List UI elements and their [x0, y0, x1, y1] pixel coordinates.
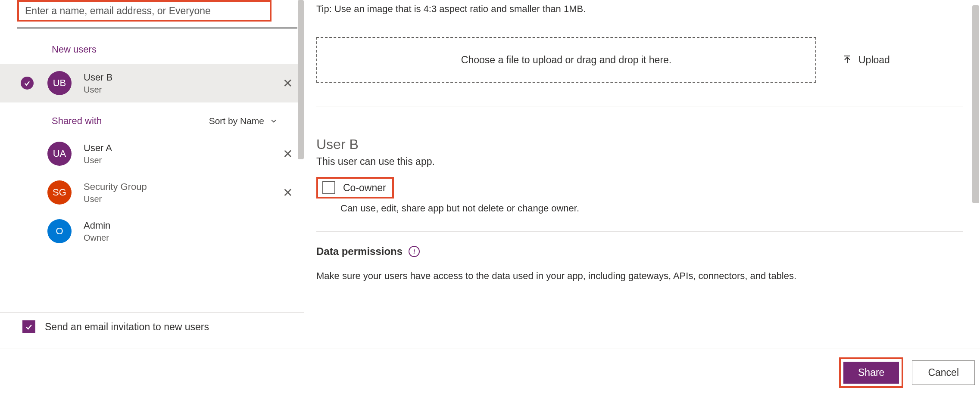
new-users-label: New users: [0, 28, 304, 64]
avatar: UB: [47, 71, 72, 95]
coowner-label: Co-owner: [343, 182, 386, 194]
user-role: User: [84, 85, 112, 95]
user-role: Owner: [84, 233, 110, 243]
info-icon[interactable]: i: [409, 246, 420, 257]
search-highlight: [17, 0, 272, 22]
coowner-highlight: Co-owner: [316, 177, 394, 198]
right-scrollbar[interactable]: [972, 5, 979, 203]
remove-user-icon[interactable]: ✕: [278, 183, 297, 202]
user-name: Admin: [84, 220, 110, 231]
chevron-down-icon: [269, 117, 278, 125]
data-permissions-text: Make sure your users have access to the …: [316, 270, 963, 282]
user-row[interactable]: UA User A User ✕: [0, 134, 304, 173]
left-panel: New users UB User B User ✕ Shared with S…: [0, 0, 304, 348]
upload-label: Upload: [858, 54, 890, 66]
bottom-bar: Share Cancel: [0, 348, 980, 397]
user-role: User: [84, 194, 147, 204]
email-invite-checkbox[interactable]: [22, 320, 35, 333]
user-row[interactable]: O Admin Owner: [0, 212, 304, 251]
divider: [316, 106, 963, 106]
cancel-button[interactable]: Cancel: [912, 360, 975, 385]
user-role: User: [84, 155, 112, 165]
detail-user-subtitle: This user can use this app.: [316, 156, 963, 167]
upload-dropzone[interactable]: Choose a file to upload or drag and drop…: [316, 37, 816, 83]
avatar: SG: [47, 180, 72, 205]
avatar: UA: [47, 142, 72, 166]
left-scrollbar[interactable]: [298, 0, 304, 159]
avatar: O: [47, 219, 72, 243]
user-row-selected[interactable]: UB User B User ✕: [0, 64, 304, 102]
coowner-checkbox[interactable]: [322, 181, 335, 194]
email-invite-label: Send an email invitation to new users: [45, 321, 209, 333]
divider: [316, 231, 963, 232]
sort-dropdown[interactable]: Sort by Name: [209, 116, 278, 126]
share-highlight: Share: [839, 357, 903, 388]
remove-user-icon[interactable]: ✕: [278, 144, 297, 164]
coowner-description: Can use, edit, share app but not delete …: [340, 203, 963, 214]
remove-user-icon[interactable]: ✕: [278, 74, 297, 93]
user-name: User B: [84, 72, 112, 83]
share-button[interactable]: Share: [843, 362, 899, 384]
user-name: Security Group: [84, 181, 147, 192]
shared-with-label: Shared with: [52, 115, 102, 127]
selected-check-icon: [21, 77, 34, 90]
email-invite-row: Send an email invitation to new users: [0, 312, 304, 333]
upload-button[interactable]: Upload: [842, 54, 890, 66]
sort-label: Sort by Name: [209, 116, 264, 126]
detail-user-title: User B: [316, 136, 963, 152]
upload-icon: [842, 55, 852, 65]
upload-tip: Tip: Use an image that is 4:3 aspect rat…: [316, 3, 963, 15]
search-input[interactable]: [25, 5, 264, 17]
data-permissions-title: Data permissions: [316, 245, 403, 257]
user-name: User A: [84, 143, 112, 154]
user-row[interactable]: SG Security Group User ✕: [0, 173, 304, 212]
right-panel: Tip: Use an image that is 4:3 aspect rat…: [304, 0, 980, 348]
